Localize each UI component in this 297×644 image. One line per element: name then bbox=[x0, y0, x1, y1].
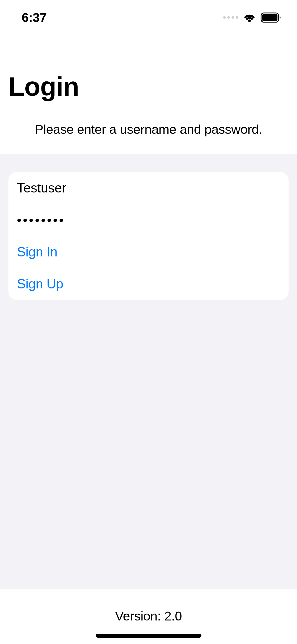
page-subtitle: Please enter a username and password. bbox=[8, 122, 289, 137]
home-indicator[interactable] bbox=[96, 634, 201, 638]
form-area: Sign In Sign Up bbox=[0, 154, 297, 589]
password-row bbox=[8, 204, 289, 236]
status-time: 6:37 bbox=[22, 10, 46, 25]
sign-up-button[interactable]: Sign Up bbox=[17, 276, 280, 292]
status-bar: 6:37 bbox=[0, 0, 297, 35]
username-row bbox=[8, 172, 289, 204]
status-icons bbox=[223, 12, 281, 23]
sign-up-row: Sign Up bbox=[8, 268, 289, 300]
sign-in-button[interactable]: Sign In bbox=[17, 244, 280, 260]
wifi-icon bbox=[243, 13, 256, 22]
sign-in-row: Sign In bbox=[8, 236, 289, 268]
password-input[interactable] bbox=[17, 213, 280, 227]
svg-rect-1 bbox=[262, 14, 277, 21]
login-form-card: Sign In Sign Up bbox=[8, 172, 289, 300]
header-section: Login Please enter a username and passwo… bbox=[0, 35, 297, 154]
battery-icon bbox=[261, 12, 281, 23]
signal-dots-icon bbox=[223, 16, 238, 19]
page-title: Login bbox=[8, 71, 289, 102]
version-label: Version: 2.0 bbox=[0, 609, 297, 623]
username-input[interactable] bbox=[17, 180, 280, 196]
